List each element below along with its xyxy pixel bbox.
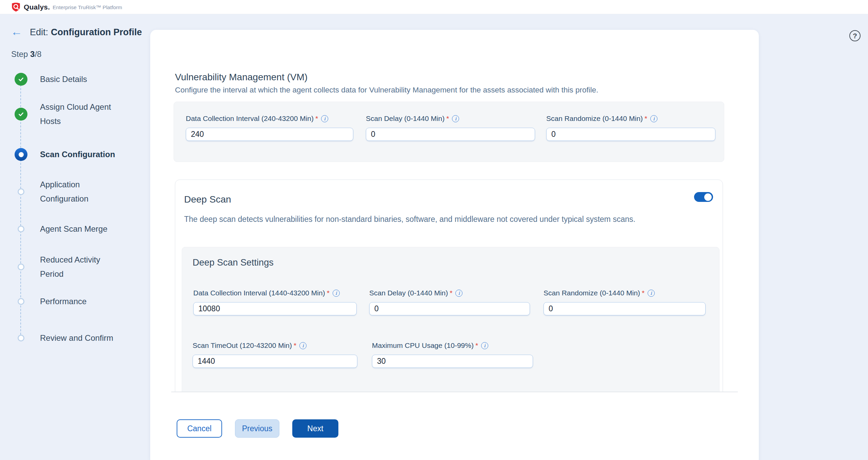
back-arrow-icon[interactable]: ← [11, 26, 22, 38]
ds-scan-delay-input[interactable] [369, 302, 530, 315]
info-icon[interactable]: i [481, 342, 488, 349]
field-scan-randomize: Scan Randomize (0-1440 Min) * i [546, 114, 715, 141]
sidebar-step-basic-details[interactable]: Basic Details [0, 72, 136, 86]
field-ds-scan-randomize: Scan Randomize (0-1440 Min) * i [544, 289, 706, 315]
step-counter: Step 3/8 [11, 49, 41, 59]
info-icon[interactable]: i [321, 115, 328, 122]
vm-section-title: Vulnerability Management (VM) [175, 71, 598, 83]
info-icon[interactable]: i [455, 290, 462, 297]
scan-randomize-input[interactable] [546, 128, 715, 141]
previous-button[interactable]: Previous [235, 419, 279, 438]
step-complete-check-icon [15, 108, 27, 121]
field-label: Maximum CPU Usage (10-99%) * i [372, 341, 533, 350]
step-pending-ring-icon [15, 295, 27, 308]
sidebar-step-assign-cloud-agent-hosts[interactable]: Assign Cloud Agent Hosts [0, 100, 136, 128]
vm-section-header: Vulnerability Management (VM) Configure … [175, 71, 598, 95]
step-label: Agent Scan Merge [40, 222, 123, 236]
step-pending-ring-icon [15, 260, 27, 273]
required-asterisk: * [294, 341, 296, 350]
field-label-text: Scan Randomize (0-1440 Min) [546, 114, 643, 123]
toggle-knob [704, 193, 712, 201]
info-icon[interactable]: i [333, 290, 340, 297]
brand-name: Qualys. [24, 3, 50, 11]
sidebar-step-review-and-confirm[interactable]: Review and Confirm [0, 331, 136, 345]
info-icon[interactable]: i [648, 290, 655, 297]
sidebar-step-application-configuration[interactable]: Application Configuration [0, 177, 136, 206]
sidebar-step-scan-configuration[interactable]: Scan Configuration [0, 147, 136, 162]
required-asterisk: * [475, 341, 478, 350]
field-label-text: Data Collection Interval (240-43200 Min) [186, 114, 314, 123]
field-data-collection-interval: Data Collection Interval (240-43200 Min)… [186, 114, 353, 141]
page-header: ← Edit:Configuration Profile [11, 26, 142, 38]
step-active-dot-icon [15, 148, 27, 161]
deep-scan-title: Deep Scan [184, 193, 231, 206]
field-scan-delay: Scan Delay (0-1440 Min) * i [366, 114, 535, 141]
app-canvas: Qualys. Enterprise TruRisk™ Platform ← E… [0, 0, 868, 460]
vm-fields-box: Data Collection Interval (240-43200 Min)… [174, 102, 724, 162]
field-label-text: Scan Delay (0-1440 Min) [369, 289, 448, 297]
sidebar-step-agent-scan-merge[interactable]: Agent Scan Merge [0, 222, 136, 236]
info-icon[interactable]: i [299, 342, 307, 349]
page-title: Edit:Configuration Profile [30, 27, 142, 38]
ds-max-cpu-usage-input[interactable] [372, 355, 533, 368]
step-pending-ring-icon [15, 223, 27, 235]
deep-scan-settings-title: Deep Scan Settings [193, 257, 274, 268]
step-label: Performance [40, 294, 123, 309]
top-bar: Qualys. Enterprise TruRisk™ Platform [0, 0, 868, 14]
step-label: Reduced Activity Period [40, 253, 123, 281]
required-asterisk: * [642, 289, 645, 297]
field-ds-scan-timeout: Scan TimeOut (120-43200 Min) * i [193, 341, 357, 368]
page-title-main: Configuration Profile [51, 27, 142, 37]
data-collection-interval-input[interactable] [186, 128, 353, 141]
main-card: Vulnerability Management (VM) Configure … [150, 30, 759, 460]
sidebar-step-reduced-activity-period[interactable]: Reduced Activity Period [0, 253, 136, 281]
field-label-text: Scan Delay (0-1440 Min) [366, 114, 445, 123]
content-scroll-area[interactable]: Vulnerability Management (VM) Configure … [150, 30, 759, 392]
step-label: Review and Confirm [40, 331, 123, 345]
field-label-text: Maximum CPU Usage (10-99%) [372, 341, 474, 350]
deep-scan-toggle[interactable] [694, 192, 713, 202]
required-asterisk: * [450, 289, 452, 297]
step-label: Scan Configuration [40, 147, 123, 162]
step-label: Assign Cloud Agent Hosts [40, 100, 123, 128]
field-label: Scan Delay (0-1440 Min) * i [369, 289, 530, 297]
deep-scan-description: The deep scan detects vulnerabilities fo… [184, 213, 645, 225]
deep-scan-card: Deep Scan The deep scan detects vulnerab… [175, 180, 723, 392]
step-pending-ring-icon [15, 332, 27, 344]
field-ds-data-collection-interval: Data Collection Interval (1440-43200 Min… [193, 289, 357, 315]
required-asterisk: * [315, 114, 318, 123]
step-counter-total: /8 [35, 49, 41, 59]
brand-tagline: Enterprise TruRisk™ Platform [53, 3, 122, 11]
footer-actions: Cancel Previous Next [177, 419, 338, 438]
cancel-button[interactable]: Cancel [177, 419, 222, 438]
step-counter-prefix: Step [11, 49, 30, 59]
ds-scan-timeout-input[interactable] [193, 355, 357, 368]
next-button[interactable]: Next [292, 419, 338, 438]
info-icon[interactable]: i [650, 115, 657, 122]
ds-data-collection-interval-input[interactable] [193, 302, 357, 315]
qualys-logo-icon [11, 2, 21, 12]
field-label-text: Scan Randomize (0-1440 Min) [544, 289, 640, 297]
deep-scan-settings-box: Deep Scan Settings Data Collection Inter… [182, 247, 719, 392]
field-ds-max-cpu-usage: Maximum CPU Usage (10-99%) * i [372, 341, 533, 368]
field-label: Scan Randomize (0-1440 Min) * i [544, 289, 706, 297]
scan-delay-input[interactable] [366, 128, 535, 141]
step-pending-ring-icon [15, 185, 27, 198]
field-label-text: Scan TimeOut (120-43200 Min) [193, 341, 292, 350]
field-ds-scan-delay: Scan Delay (0-1440 Min) * i [369, 289, 530, 315]
sidebar-step-performance[interactable]: Performance [0, 294, 136, 309]
field-label: Scan Delay (0-1440 Min) * i [366, 114, 535, 123]
vm-section-subtitle: Configure the interval at which the agen… [175, 86, 598, 95]
field-label: Data Collection Interval (1440-43200 Min… [193, 289, 357, 297]
page-title-prefix: Edit: [30, 27, 48, 37]
field-label: Scan TimeOut (120-43200 Min) * i [193, 341, 357, 350]
ds-scan-randomize-input[interactable] [544, 302, 706, 315]
step-label: Application Configuration [40, 177, 123, 206]
field-label: Data Collection Interval (240-43200 Min)… [186, 114, 353, 123]
field-label: Scan Randomize (0-1440 Min) * i [546, 114, 715, 123]
info-icon[interactable]: i [452, 115, 459, 122]
required-asterisk: * [645, 114, 647, 123]
field-label-text: Data Collection Interval (1440-43200 Min… [193, 289, 325, 297]
help-icon[interactable]: ? [849, 30, 861, 41]
step-counter-current: 3 [30, 49, 35, 59]
